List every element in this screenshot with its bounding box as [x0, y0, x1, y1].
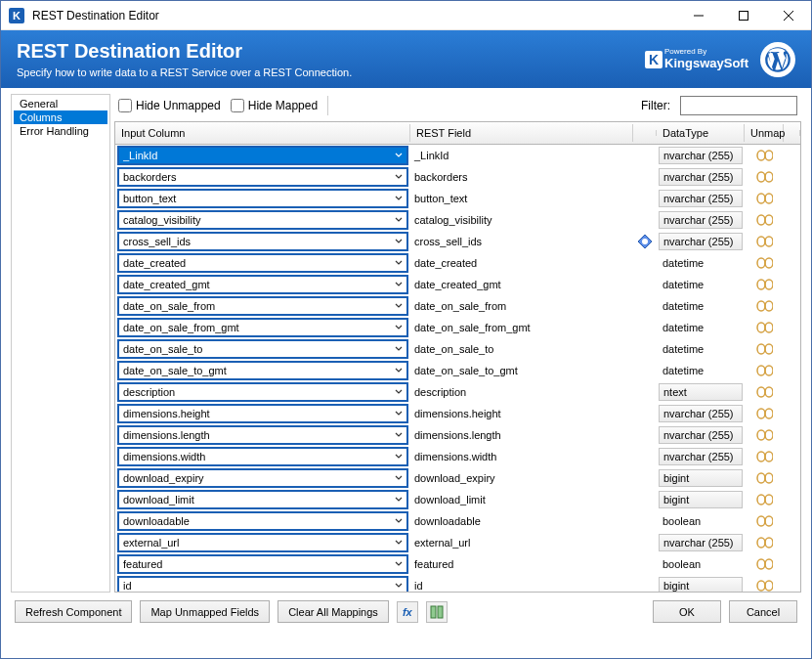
refresh-component-button[interactable]: Refresh Component [15, 600, 132, 623]
svg-point-40 [765, 473, 773, 483]
chevron-down-icon [395, 497, 403, 503]
svg-point-38 [765, 452, 773, 461]
page-subtitle: Specify how to write data to a REST Serv… [17, 66, 645, 78]
datatype-cell[interactable]: nvarchar (255) [657, 232, 745, 251]
svg-point-44 [765, 516, 773, 526]
unmap-icon[interactable] [755, 450, 773, 463]
datatype-cell[interactable]: nvarchar (255) [657, 425, 745, 445]
rest-field-cell: date_on_sale_from_gmt [410, 321, 633, 334]
datatype-cell[interactable]: nvarchar (255) [657, 146, 745, 165]
svg-point-26 [765, 323, 773, 332]
input-column-combo[interactable]: featured [117, 554, 408, 574]
datatype-cell[interactable]: bigint [657, 576, 745, 593]
minimize-button[interactable] [676, 1, 721, 30]
unmap-icon[interactable] [755, 256, 773, 270]
datatype-cell[interactable]: bigint [657, 490, 745, 509]
input-column-combo[interactable]: download_expiry [117, 468, 408, 488]
close-button[interactable] [766, 1, 811, 30]
input-column-combo[interactable]: dimensions.width [117, 447, 408, 466]
rest-field-cell: id [410, 579, 633, 593]
input-column-combo[interactable]: button_text [117, 189, 408, 208]
unmap-icon[interactable] [755, 471, 773, 485]
unmap-icon[interactable] [755, 407, 773, 420]
unmap-icon[interactable] [755, 514, 773, 528]
col-header-key [633, 130, 657, 136]
maximize-button[interactable] [721, 1, 766, 30]
input-column-combo[interactable]: date_on_sale_from [117, 296, 408, 316]
hide-mapped-input[interactable] [231, 99, 244, 112]
svg-point-30 [765, 366, 773, 375]
sidebar-item-columns[interactable]: Columns [14, 110, 107, 124]
svg-point-13 [757, 215, 765, 225]
unmap-icon[interactable] [755, 299, 773, 313]
ok-button[interactable]: OK [653, 600, 721, 623]
toolbar: Hide Unmapped Hide Mapped Filter: [114, 94, 801, 121]
svg-point-22 [765, 280, 773, 289]
unmap-icon[interactable] [755, 278, 773, 291]
unmap-icon[interactable] [755, 170, 773, 184]
col-header-input[interactable]: Input Column [115, 124, 410, 142]
cancel-button[interactable]: Cancel [729, 600, 797, 623]
unmap-icon[interactable] [755, 321, 773, 334]
unmap-icon[interactable] [755, 364, 773, 377]
input-column-combo[interactable]: id [117, 576, 408, 593]
datatype-cell[interactable]: nvarchar (255) [657, 189, 745, 208]
input-column-combo[interactable]: description [117, 382, 408, 402]
unmap-icon[interactable] [755, 149, 773, 162]
datatype-cell[interactable]: ntext [657, 382, 745, 402]
unmap-icon[interactable] [755, 428, 773, 442]
expression-icon-button[interactable]: fx [397, 601, 418, 623]
map-unmapped-fields-button[interactable]: Map Unmapped Fields [140, 600, 270, 623]
input-column-combo[interactable]: date_on_sale_from_gmt [117, 318, 408, 337]
unmap-icon[interactable] [755, 536, 773, 549]
input-column-combo[interactable]: download_limit [117, 490, 408, 509]
hide-unmapped-checkbox[interactable]: Hide Unmapped [118, 99, 221, 112]
rest-field-cell: date_on_sale_from [410, 299, 633, 313]
unmap-icon[interactable] [755, 235, 773, 248]
table-row: date_on_sale_from_gmtdate_on_sale_from_g… [115, 317, 800, 338]
input-column-combo[interactable]: downloadable [117, 511, 408, 531]
columns-icon-button[interactable] [426, 601, 448, 623]
datatype-cell[interactable]: nvarchar (255) [657, 447, 745, 466]
grid-body[interactable]: _LinkId_LinkIdnvarchar (255)backordersba… [115, 145, 800, 593]
unmap-icon[interactable] [755, 557, 773, 571]
input-column-combo[interactable]: catalog_visibility [117, 210, 408, 230]
table-row: descriptiondescriptionntext [115, 381, 800, 403]
datatype-cell[interactable]: nvarchar (255) [657, 533, 745, 552]
unmap-icon[interactable] [755, 342, 773, 356]
datatype-cell[interactable]: bigint [657, 468, 745, 488]
unmap-icon[interactable] [755, 493, 773, 506]
datatype-cell: datetime [657, 320, 745, 335]
col-header-unmap[interactable]: Unmap [745, 124, 784, 142]
input-column-combo[interactable]: date_on_sale_to_gmt [117, 361, 408, 380]
hide-unmapped-input[interactable] [118, 99, 132, 112]
clear-all-mappings-button[interactable]: Clear All Mappings [278, 600, 389, 623]
input-column-combo[interactable]: date_on_sale_to [117, 339, 408, 359]
sidebar-item-error-handling[interactable]: Error Handling [14, 124, 107, 138]
chevron-down-icon [395, 518, 403, 524]
rest-field-cell: external_url [410, 536, 633, 549]
input-column-combo[interactable]: date_created [117, 253, 408, 273]
col-header-type[interactable]: DataType [657, 124, 745, 142]
input-column-combo[interactable]: date_created_gmt [117, 275, 408, 294]
unmap-icon[interactable] [755, 192, 773, 205]
sidebar-item-general[interactable]: General [14, 97, 107, 110]
datatype-cell[interactable]: nvarchar (255) [657, 404, 745, 423]
col-header-rest[interactable]: REST Field [410, 124, 633, 142]
input-column-combo[interactable]: dimensions.length [117, 425, 408, 445]
unmap-icon[interactable] [755, 385, 773, 399]
input-column-combo[interactable]: cross_sell_ids [117, 232, 408, 251]
hide-mapped-checkbox[interactable]: Hide Mapped [231, 99, 318, 112]
input-column-combo[interactable]: external_url [117, 533, 408, 552]
input-column-combo[interactable]: backorders [117, 167, 408, 187]
datatype-cell[interactable]: nvarchar (255) [657, 210, 745, 230]
chevron-down-icon [395, 346, 403, 352]
datatype-cell[interactable]: nvarchar (255) [657, 167, 745, 187]
input-column-combo[interactable]: _LinkId [117, 146, 408, 165]
unmap-icon[interactable] [755, 213, 773, 227]
svg-point-45 [757, 538, 765, 548]
unmap-icon[interactable] [755, 579, 773, 593]
svg-point-32 [765, 387, 773, 397]
filter-input[interactable] [680, 96, 797, 115]
input-column-combo[interactable]: dimensions.height [117, 404, 408, 423]
